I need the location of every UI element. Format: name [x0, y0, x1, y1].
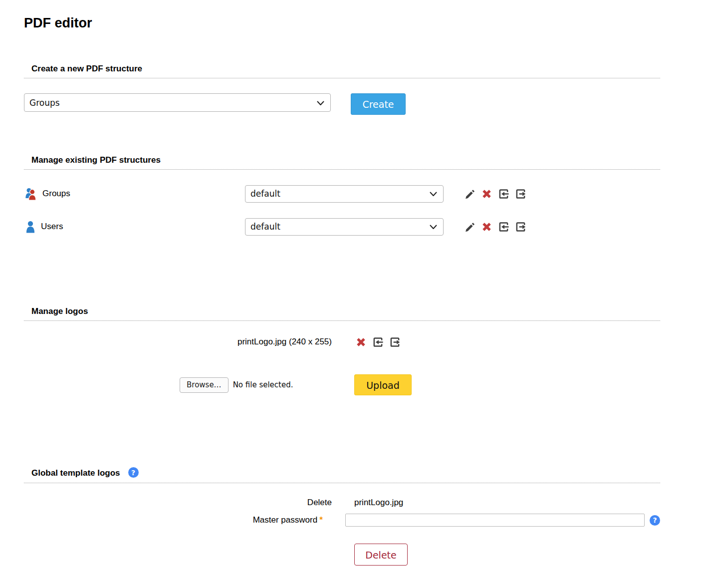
structure-row-actions	[464, 221, 526, 232]
import-icon[interactable]	[498, 188, 509, 199]
section-heading-logos: Manage logos	[24, 306, 660, 321]
groups-icon	[25, 187, 37, 201]
master-password-label-text: Master password	[253, 515, 317, 525]
groups-template-select[interactable]: default	[245, 185, 444, 203]
edit-icon[interactable]	[464, 221, 475, 232]
structure-row-users: Users default	[24, 218, 660, 236]
structure-template-select-wrap: default	[245, 218, 444, 236]
upload-button[interactable]: Upload	[354, 374, 412, 395]
structure-type-select-wrap: Groups	[24, 93, 331, 112]
file-input-group: Browse… No file selected.	[24, 377, 354, 393]
create-structure-row: Groups Create	[24, 93, 660, 115]
structure-row-left: Groups	[24, 187, 245, 201]
delete-file-row: Delete printLogo.jpg	[24, 498, 660, 508]
users-template-select[interactable]: default	[245, 218, 444, 236]
no-file-selected-text: No file selected.	[233, 380, 293, 389]
pdf-editor-page: PDF editor Create a new PDF structure Gr…	[0, 15, 705, 586]
export-icon[interactable]	[389, 336, 400, 347]
master-password-row: Master password* ?	[24, 514, 660, 527]
delete-button-row: Delete	[24, 544, 660, 566]
browse-button[interactable]: Browse…	[180, 377, 229, 393]
section-heading-create: Create a new PDF structure	[24, 64, 660, 78]
delete-x-icon[interactable]	[481, 188, 492, 199]
logo-row: printLogo.jpg (240 x 255)	[24, 336, 660, 347]
export-icon[interactable]	[515, 188, 526, 199]
master-password-label: Master password*	[24, 515, 323, 525]
import-icon[interactable]	[498, 221, 509, 232]
structure-row-left: Users	[24, 220, 245, 234]
edit-icon[interactable]	[464, 188, 475, 199]
help-icon[interactable]: ?	[650, 515, 660, 526]
logo-upload-row: Browse… No file selected. Upload	[24, 374, 660, 395]
delete-x-icon[interactable]	[355, 336, 366, 347]
delete-field-value: printLogo.jpg	[354, 498, 403, 508]
master-password-input[interactable]	[345, 514, 645, 527]
logo-actions	[355, 336, 400, 347]
structure-template-select-wrap: default	[245, 185, 444, 203]
import-icon[interactable]	[372, 336, 383, 347]
delete-field-label: Delete	[24, 498, 332, 508]
section-heading-manage: Manage existing PDF structures	[24, 155, 660, 170]
user-icon	[25, 220, 36, 234]
logo-filename: printLogo.jpg (240 x 255)	[24, 337, 332, 347]
structure-row-actions	[464, 188, 526, 199]
structure-type-select[interactable]: Groups	[24, 93, 331, 112]
section-heading-global-text: Global template logos	[31, 468, 120, 478]
create-button[interactable]: Create	[351, 93, 406, 115]
help-icon[interactable]: ?	[128, 467, 139, 478]
structure-row-label: Users	[41, 222, 63, 232]
page-title: PDF editor	[24, 15, 660, 31]
required-asterisk: *	[319, 515, 323, 525]
delete-logo-button[interactable]: Delete	[354, 544, 408, 566]
structure-row-label: Groups	[42, 189, 70, 199]
structure-row-groups: Groups default	[24, 185, 660, 203]
delete-x-icon[interactable]	[481, 221, 492, 232]
section-heading-global: Global template logos ?	[24, 467, 660, 483]
export-icon[interactable]	[515, 221, 526, 232]
